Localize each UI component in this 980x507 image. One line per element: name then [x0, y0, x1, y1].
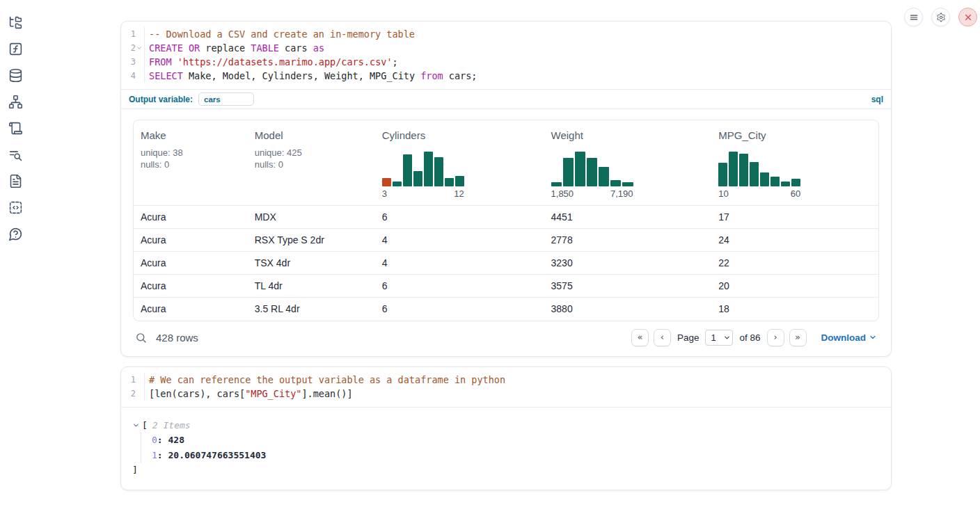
download-link[interactable]: Download [821, 332, 878, 344]
output-variable-input[interactable] [198, 92, 254, 106]
fold-chevron-icon[interactable] [136, 45, 143, 52]
chevron-down-icon [136, 45, 143, 51]
column-stat: unique: 38 [141, 147, 241, 159]
function-square-icon [8, 42, 23, 56]
table-row[interactable]: AcuraTSX 4dr4323022 [134, 252, 878, 275]
table-container: Makeunique: 38nulls: 0Modelunique: 425nu… [133, 120, 879, 321]
page-select-wrap: 1 [705, 330, 733, 346]
tree-items: 0: 4281: 20.060747663551403 [141, 433, 879, 463]
code-token: TABLE [251, 42, 279, 54]
code-token: CREATE [149, 42, 183, 54]
histogram-bar [760, 172, 769, 186]
table-cell: RSX Type S 2dr [248, 229, 375, 252]
menu-button[interactable] [904, 8, 923, 26]
column-name: Model [255, 129, 368, 141]
table-header-row: Makeunique: 38nulls: 0Modelunique: 425nu… [134, 120, 878, 206]
code-token: [len(cars), cars[ [149, 388, 245, 399]
histogram-bar [622, 182, 633, 186]
tree-open-bracket: [ [142, 419, 148, 433]
table-cell: Acura [134, 229, 248, 252]
code-token: SELECT [149, 70, 183, 81]
page-select[interactable]: 1 [705, 330, 733, 346]
code-line[interactable]: 1-- Download a CSV and create an in-memo… [121, 27, 891, 41]
sidebar-item-dependency-graph[interactable] [7, 93, 24, 110]
table-cell: 24 [711, 229, 878, 252]
table-cell: Acura [134, 206, 248, 229]
sidebar-item-file-tree[interactable] [7, 14, 24, 31]
column-header-mpg_city[interactable]: MPG_City1060 [711, 120, 878, 206]
code-token: cars [279, 42, 313, 54]
table-cell: 4451 [544, 206, 712, 229]
line-number: 3 [121, 55, 145, 69]
dependency-graph-icon [8, 95, 23, 109]
code-token [172, 56, 177, 67]
column-header-cylinders[interactable]: Cylinders312 [375, 120, 544, 206]
sidebar-item-database[interactable] [7, 67, 24, 83]
code-line[interactable]: 1# We can reference the output variable … [121, 373, 891, 387]
column-histogram: 1060 [718, 152, 800, 199]
tree-root[interactable]: [ 2 Items [132, 419, 879, 433]
histogram-bar [610, 180, 621, 186]
tree-item[interactable]: 1: 20.060747663551403 [152, 448, 879, 463]
histogram-bar [455, 176, 464, 186]
code-token: Make, Model, Cylinders, Weight, MPG_City [183, 70, 420, 81]
table-cell: TL 4dr [248, 275, 375, 298]
histogram-max-label: 12 [454, 188, 464, 199]
table-cell: 4 [375, 252, 544, 275]
notebook: 1-- Download a CSV and create an in-memo… [120, 21, 892, 490]
menu-icon [909, 13, 919, 22]
table-cell: 17 [711, 206, 878, 229]
column-header-model[interactable]: Modelunique: 425nulls: 0 [248, 120, 375, 206]
code-token [183, 42, 189, 54]
code-line[interactable]: 2[len(cars), cars["MPG_City"].mean()] [121, 387, 891, 401]
sidebar [0, 0, 31, 507]
sidebar-item-code-snippet[interactable] [7, 199, 24, 216]
tree-close-bracket: ] [132, 463, 879, 477]
prev-page-button[interactable]: ‹ [654, 329, 671, 346]
column-histogram: 1,8507,190 [551, 152, 633, 199]
histogram-bar [718, 163, 727, 186]
code-token: -- Download a CSV and create an in-memor… [149, 29, 415, 40]
code-snippet-icon [8, 200, 23, 215]
data-table: Makeunique: 38nulls: 0Modelunique: 425nu… [134, 120, 878, 321]
table-row[interactable]: AcuraTL 4dr6357520 [134, 275, 878, 298]
tree-item-index: 0 [152, 435, 157, 445]
sidebar-item-logs-search[interactable] [7, 146, 24, 163]
column-header-make[interactable]: Makeunique: 38nulls: 0 [134, 120, 248, 206]
column-header-weight[interactable]: Weight1,8507,190 [544, 120, 712, 206]
sql-code-editor[interactable]: 1-- Download a CSV and create an in-memo… [121, 22, 891, 89]
line-number: 1 [121, 27, 145, 41]
histogram-max-label: 60 [791, 188, 800, 199]
table-row[interactable]: AcuraRSX Type S 2dr4277824 [134, 229, 878, 252]
code-line[interactable]: 3FROM 'https://datasets.marimo.app/cars.… [121, 55, 891, 69]
sidebar-item-scroll[interactable] [7, 120, 24, 136]
next-page-button[interactable]: › [767, 329, 784, 346]
code-line[interactable]: 4SELECT Make, Model, Cylinders, Weight, … [121, 69, 891, 83]
table-cell: 20 [711, 275, 878, 298]
histogram-bar [781, 182, 790, 186]
close-button[interactable] [958, 8, 977, 26]
chevron-down-icon[interactable] [132, 421, 140, 429]
last-page-button[interactable]: » [789, 329, 807, 346]
download-label: Download [821, 332, 867, 343]
python-code-editor[interactable]: 1# We can reference the output variable … [121, 367, 891, 407]
table-cell: MDX [248, 206, 375, 229]
tree-item-value: : 428 [157, 435, 184, 445]
code-line[interactable]: 2CREATE OR replace TABLE cars as [121, 41, 891, 55]
tree-item[interactable]: 0: 428 [152, 433, 879, 448]
histogram-bar [393, 182, 402, 186]
code-token: ; [393, 56, 398, 67]
histogram-bar [382, 178, 391, 186]
gear-button[interactable] [931, 8, 950, 26]
histogram-bar [413, 171, 422, 186]
table-row[interactable]: Acura3.5 RL 4dr6388018 [134, 298, 878, 321]
code-token: FROM [149, 56, 172, 67]
search-icon[interactable] [135, 332, 147, 344]
first-page-button[interactable]: « [631, 329, 649, 346]
sidebar-item-function-square[interactable] [7, 40, 24, 57]
sidebar-item-help-bubble[interactable] [7, 225, 24, 242]
column-stat: nulls: 0 [141, 159, 241, 170]
sidebar-item-file-text[interactable] [7, 172, 24, 189]
table-row[interactable]: AcuraMDX6445117 [134, 206, 878, 229]
close-icon [963, 13, 973, 22]
